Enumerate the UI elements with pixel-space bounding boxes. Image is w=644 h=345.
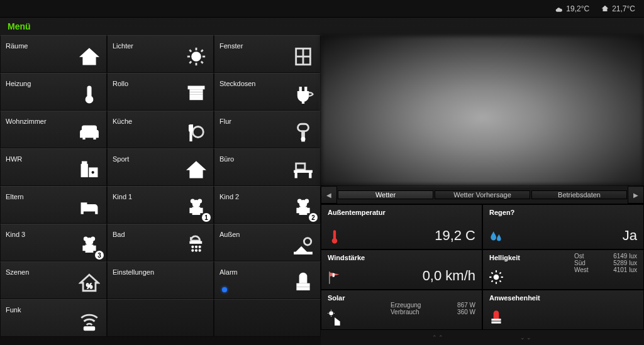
tab-prev[interactable]: ◀: [321, 186, 337, 204]
svg-line-5: [491, 272, 492, 273]
tile-sport[interactable]: Sport: [107, 148, 214, 186]
siren-icon: [291, 271, 315, 295]
tab-next[interactable]: ▶: [628, 186, 644, 204]
sofa-icon: [77, 120, 101, 144]
solar-row: Verbrauch360 W: [391, 309, 475, 315]
status-bar: 19,2°C 21,7°C: [0, 0, 644, 18]
tile-label: Sport: [113, 155, 129, 163]
tile-label: Räume: [6, 42, 28, 50]
tile-label: Außen: [219, 231, 240, 238]
tile-funk[interactable]: Funk: [0, 299, 107, 337]
temp-label: Außentemperatur: [328, 209, 475, 216]
tile-eltern[interactable]: Eltern: [0, 186, 107, 224]
tile-alarm[interactable]: Alarm: [214, 261, 321, 299]
tile-kind-3[interactable]: Kind 33: [0, 224, 107, 261]
house-icon: [77, 45, 101, 68]
temp-value: 19,2 C: [435, 227, 475, 244]
tile-büro[interactable]: Büro: [214, 148, 321, 186]
svg-line-8: [499, 272, 501, 273]
tile-küche[interactable]: Küche: [107, 111, 214, 148]
tile-label: Wohnzimmer: [6, 118, 47, 125]
badge: 3: [95, 251, 104, 260]
outdoor-icon: [291, 233, 315, 257]
tile-label: Lichter: [113, 42, 133, 50]
house-icon: [184, 158, 208, 182]
tile-wohnzimmer[interactable]: Wohnzimmer: [0, 111, 107, 148]
tile-label: Alarm: [219, 268, 238, 276]
panel-solar[interactable]: Solar Erzeugung867 WVerbrauch360 W: [321, 290, 482, 330]
pager-down[interactable]: ⌄⌄: [520, 334, 533, 341]
tile-flur[interactable]: Flur: [214, 111, 321, 148]
indoor-temp-value: 21,7°C: [612, 4, 635, 13]
svg-line-7: [491, 280, 492, 282]
status-dot: [222, 287, 227, 292]
rain-label: Regen?: [489, 209, 637, 216]
svg-point-9: [329, 311, 333, 315]
tile-rollo[interactable]: Rollo: [107, 73, 214, 111]
tile-label: Rollo: [113, 80, 128, 87]
raindrop-icon: [488, 229, 504, 245]
doorhandle-icon: [291, 120, 315, 144]
tile-lichter[interactable]: Lichter: [107, 35, 214, 73]
tile-hwr[interactable]: HWR: [0, 148, 107, 186]
panel-presence[interactable]: Anwesehenheit: [482, 290, 644, 330]
pager-up[interactable]: ⌃⌃: [432, 334, 445, 341]
tile-einstellungen[interactable]: Einstellungen: [107, 261, 214, 299]
tile-bad[interactable]: Bad: [107, 224, 214, 261]
panel-wind[interactable]: Windstärke 0,0 km/h: [321, 249, 482, 290]
svg-line-6: [499, 280, 501, 282]
tile-label: Kind 3: [6, 231, 25, 238]
tab-bar: ◀ WetterWetter VorhersageBetriebsdaten ▶: [321, 185, 644, 204]
thermometer-icon: [326, 229, 343, 245]
svg-point-0: [494, 275, 499, 280]
cutlery-icon: [184, 120, 208, 144]
desk-icon: [291, 158, 315, 182]
bed-icon: [77, 195, 101, 219]
home-icon: [601, 4, 609, 13]
panel-brightness[interactable]: Helligkeit Ost6149 luxSüd5289 luxWest410…: [482, 249, 644, 290]
weather-panels: Außentemperatur 19,2 C Regen? Ja Windstä…: [321, 204, 644, 330]
tile-kind-1[interactable]: Kind 11: [107, 186, 214, 224]
tile-kind-2[interactable]: Kind 22: [214, 186, 321, 224]
footer-pager: ⌃⌃ ⌄⌄: [321, 330, 644, 345]
panel-rain[interactable]: Regen? Ja: [482, 204, 644, 249]
tile-label: Steckdosen: [219, 80, 255, 87]
status-indoor: 21,7°C: [601, 4, 635, 13]
thermo-icon: [77, 82, 101, 106]
svg-rect-15: [491, 322, 501, 324]
tile-label: Küche: [113, 118, 132, 125]
shower-icon: [184, 233, 208, 257]
tile-außen[interactable]: Außen: [214, 224, 321, 261]
solar-table: Erzeugung867 WVerbrauch360 W: [391, 302, 475, 315]
alarm-light-icon: [488, 309, 504, 326]
rain-value: Ja: [623, 227, 637, 244]
tile-label: Flur: [219, 118, 231, 125]
tab-wetter[interactable]: Wetter: [338, 190, 433, 199]
svg-rect-14: [491, 319, 501, 320]
presence-label: Anwesehenheit: [489, 294, 637, 302]
tile-label: Heizung: [6, 80, 31, 87]
tile-szenen[interactable]: Szenen: [0, 261, 107, 299]
badge: 2: [309, 213, 318, 222]
wind-label: Windstärke: [328, 254, 475, 261]
tile-label: Fenster: [219, 42, 243, 50]
tile-empty-22: [107, 299, 214, 337]
outdoor-temp-value: 19,2°C: [566, 4, 589, 13]
tile-fenster[interactable]: Fenster: [214, 35, 321, 73]
wifi-icon: [77, 309, 101, 332]
tab-betriebsdaten[interactable]: Betriebsdaten: [531, 190, 627, 199]
tab-wetter-vorhersage[interactable]: Wetter Vorhersage: [435, 190, 530, 199]
weather-icon: [555, 4, 564, 13]
tile-heizung[interactable]: Heizung: [0, 73, 107, 111]
menu-title: Menü: [0, 18, 644, 35]
solar-row: Erzeugung867 W: [391, 302, 475, 309]
lux-row: Ost6149 lux: [574, 253, 637, 260]
bulb-icon: [184, 45, 208, 68]
tile-label: Einstellungen: [113, 268, 154, 276]
tile-räume[interactable]: Räume: [0, 35, 107, 73]
tile-steckdosen[interactable]: Steckdosen: [214, 73, 321, 111]
sun-icon: [488, 269, 504, 285]
solar-label: Solar: [328, 294, 475, 302]
panel-temp[interactable]: Außentemperatur 19,2 C: [321, 204, 482, 249]
camera-preview[interactable]: [321, 35, 644, 185]
